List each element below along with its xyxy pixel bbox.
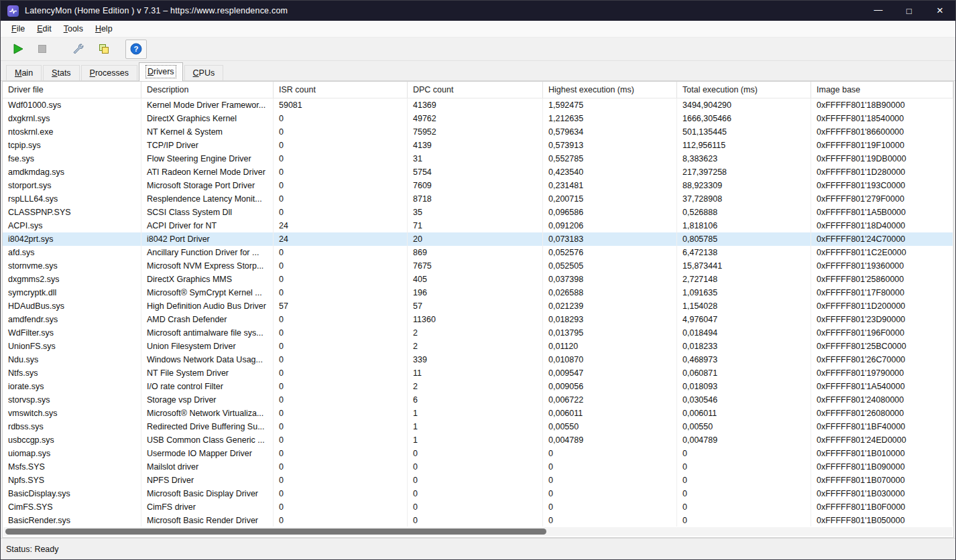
horizontal-scrollbar[interactable] <box>3 527 953 536</box>
table-cell: 0 <box>274 112 408 125</box>
copy-report-button[interactable] <box>93 40 115 59</box>
table-row[interactable]: ACPI.sysACPI Driver for NT24710,0912061,… <box>3 219 953 232</box>
table-cell: 0,468973 <box>677 353 811 366</box>
table-row[interactable]: storvsp.sysStorage vsp Driver060,0067220… <box>3 393 953 407</box>
title-bar[interactable]: LatencyMon (Home Edition ) v 7.31 – http… <box>1 1 955 21</box>
table-cell: 4,976047 <box>677 313 811 326</box>
table-row[interactable]: afd.sysAncillary Function Driver for ...… <box>3 246 953 259</box>
latencymon-window: LatencyMon (Home Edition ) v 7.31 – http… <box>0 0 956 560</box>
table-row[interactable]: storport.sysMicrosoft Storage Port Drive… <box>3 179 953 192</box>
menu-tools[interactable]: Tools <box>58 22 89 36</box>
table-cell: WdFilter.sys <box>3 326 141 340</box>
table-row[interactable]: usbccgp.sysUSB Common Class Generic ...0… <box>3 433 953 447</box>
column-header-isr-count[interactable]: ISR count <box>274 82 408 98</box>
table-cell: 0 <box>543 487 677 500</box>
table-cell: 49762 <box>408 112 543 125</box>
table-cell: HDAudBus.sys <box>3 299 141 313</box>
table-cell: 0 <box>543 514 677 527</box>
table-row[interactable]: amdfendr.sysAMD Crash Defender0113600,01… <box>3 313 953 326</box>
table-cell: 0 <box>274 273 408 286</box>
table-row[interactable]: amdkmdag.sysATI Radeon Kernel Mode Drive… <box>3 165 953 179</box>
minimize-icon: — <box>874 0 883 20</box>
column-header-description[interactable]: Description <box>141 82 274 98</box>
table-row[interactable]: BasicDisplay.sysMicrosoft Basic Display … <box>3 487 953 500</box>
menu-edit[interactable]: Edit <box>31 22 58 36</box>
column-header-image-base[interactable]: Image base <box>811 82 953 98</box>
table-row[interactable]: Npfs.SYSNPFS Driver00000xFFFFF801'1B0700… <box>3 474 953 487</box>
table-row[interactable]: Ndu.sysWindows Network Data Usag...03390… <box>3 353 953 366</box>
table-row[interactable]: stornvme.sysMicrosoft NVM Express Storp.… <box>3 259 953 273</box>
table-cell: Usermode IO Mapper Driver <box>141 447 274 460</box>
table-row[interactable]: vmswitch.sysMicrosoft® Network Virtualiz… <box>3 407 953 420</box>
table-cell: AMD Crash Defender <box>141 313 274 326</box>
table-row[interactable]: CimFS.SYSCimFS driver00000xFFFFF801'1B0F… <box>3 500 953 514</box>
table-row[interactable]: i8042prt.sysi8042 Port Driver24200,07318… <box>3 232 953 246</box>
window-controls: — □ × <box>863 1 955 21</box>
table-cell: 8,383623 <box>677 152 811 165</box>
tab-cpus[interactable]: CPUs <box>184 65 224 81</box>
table-cell: Microsoft® SymCrypt Kernel ... <box>141 286 274 299</box>
tab-processes[interactable]: Processes <box>81 65 137 81</box>
hscrollbar-thumb[interactable] <box>5 529 546 535</box>
table-cell: 4139 <box>408 139 543 152</box>
table-cell: CLASSPNP.SYS <box>3 206 141 219</box>
column-header-dpc-count[interactable]: DPC count <box>408 82 543 98</box>
table-row[interactable]: WdFilter.sysMicrosoft antimalware file s… <box>3 326 953 340</box>
table-row[interactable]: dxgmms2.sysDirectX Graphics MMS04050,037… <box>3 273 953 286</box>
menu-help[interactable]: Help <box>89 22 119 36</box>
table-cell: NPFS Driver <box>141 474 274 487</box>
table-row[interactable]: Msfs.SYSMailslot driver00000xFFFFF801'1B… <box>3 460 953 474</box>
table-row[interactable]: rdbss.sysRedirected Drive Buffering Su..… <box>3 420 953 433</box>
table-cell: 0xFFFFF801'1B070000 <box>811 474 953 487</box>
table-row[interactable]: uiomap.sysUsermode IO Mapper Driver00000… <box>3 447 953 460</box>
close-button[interactable]: × <box>924 1 955 21</box>
table-cell: 0,805785 <box>677 232 811 246</box>
maximize-button[interactable]: □ <box>894 1 924 21</box>
drivers-table-header: Driver file Description ISR count DPC co… <box>3 82 953 98</box>
column-header-driver-file[interactable]: Driver file <box>3 82 141 98</box>
table-cell: 0 <box>677 447 811 460</box>
table-cell: 0 <box>408 460 543 474</box>
table-cell: 0 <box>543 447 677 460</box>
table-row[interactable]: rspLLL64.sysResplendence Latency Monit..… <box>3 192 953 206</box>
table-row[interactable]: UnionFS.sysUnion Filesystem Driver020,01… <box>3 340 953 353</box>
table-cell: 0,018293 <box>543 313 677 326</box>
table-row[interactable]: CLASSPNP.SYSSCSI Class System Dll0350,09… <box>3 206 953 219</box>
minimize-button[interactable]: — <box>863 1 894 21</box>
menu-file[interactable]: File <box>5 22 31 36</box>
table-cell: 0 <box>677 460 811 474</box>
help-button[interactable]: ? <box>125 40 147 59</box>
tab-stats[interactable]: Stats <box>43 65 80 81</box>
table-row[interactable]: iorate.sysI/O rate control Filter020,009… <box>3 380 953 393</box>
table-row[interactable]: tcpip.sysTCP/IP Driver041390,573913112,9… <box>3 139 953 152</box>
table-cell: Resplendence Latency Monit... <box>141 192 274 206</box>
table-cell: 0,030546 <box>677 393 811 407</box>
table-row[interactable]: Ntfs.sysNT File System Driver0110,009547… <box>3 366 953 380</box>
table-row[interactable]: Wdf01000.sysKernel Mode Driver Framewor.… <box>3 98 953 112</box>
stop-monitor-button[interactable] <box>32 40 53 59</box>
table-cell: 0 <box>274 500 408 514</box>
table-cell: 0xFFFFF801'1C2E0000 <box>811 246 953 259</box>
table-row[interactable]: BasicRender.sysMicrosoft Basic Render Dr… <box>3 514 953 527</box>
tab-main[interactable]: Main <box>6 65 42 81</box>
table-cell: 0,096586 <box>543 206 677 219</box>
column-header-total-execution[interactable]: Total execution (ms) <box>677 82 811 98</box>
table-row[interactable]: ntoskrnl.exeNT Kernel & System0759520,57… <box>3 125 953 139</box>
table-cell: 0,200715 <box>543 192 677 206</box>
column-header-highest-execution[interactable]: Highest execution (ms) <box>543 82 677 98</box>
table-cell: 0 <box>274 460 408 474</box>
table-cell: 0 <box>408 487 543 500</box>
table-row[interactable]: symcryptk.dllMicrosoft® SymCrypt Kernel … <box>3 286 953 299</box>
table-cell: Windows Network Data Usag... <box>141 353 274 366</box>
tools-options-button[interactable] <box>68 40 89 59</box>
table-cell: tcpip.sys <box>3 139 141 152</box>
table-row[interactable]: fse.sysFlow Steering Engine Driver0310,5… <box>3 152 953 165</box>
tab-drivers[interactable]: Drivers <box>139 62 183 81</box>
table-row[interactable]: HDAudBus.sysHigh Definition Audio Bus Dr… <box>3 299 953 313</box>
table-row[interactable]: dxgkrnl.sysDirectX Graphics Kernel049762… <box>3 112 953 125</box>
table-cell: 0,009056 <box>543 380 677 393</box>
table-cell: 0,018233 <box>677 340 811 353</box>
start-monitor-button[interactable] <box>7 40 29 59</box>
table-cell: CimFS driver <box>141 500 274 514</box>
table-cell: 0 <box>274 206 408 219</box>
